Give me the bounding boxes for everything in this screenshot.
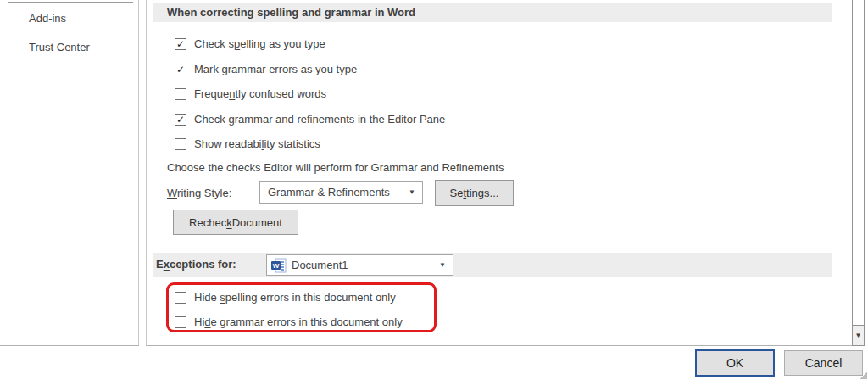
writing-style-value: Grammar & Refinements — [268, 186, 390, 198]
section-header-spelling-grammar: When correcting spelling and grammar in … — [153, 3, 832, 22]
checkbox-row-readability: Show readability statistics — [175, 137, 320, 151]
checkbox-row-hide-spelling: Hide spelling errors in this document on… — [175, 290, 396, 305]
checkbox-frequently-confused-words[interactable] — [175, 88, 186, 100]
checkbox-row-mark-grammar: ✓ Mark grammar errors as you type — [175, 62, 357, 76]
sidebar-item-add-ins[interactable]: Add-ins — [29, 11, 66, 26]
cancel-button[interactable]: Cancel — [784, 350, 863, 376]
checkbox-row-hide-grammar: Hide grammar errors in this document onl… — [175, 315, 403, 329]
checkbox-label[interactable]: Hide grammar errors in this document onl… — [194, 316, 403, 328]
checkbox-mark-grammar-errors[interactable]: ✓ — [175, 64, 186, 75]
svg-text:W: W — [273, 262, 280, 270]
editor-checks-description: Choose the checks Editor will perform fo… — [167, 161, 504, 174]
chevron-down-icon: ▼ — [409, 188, 422, 196]
word-options-dialog: Add-ins Trust Center When correcting spe… — [0, 0, 868, 380]
checkbox-row-check-spelling: ✓ Check spelling as you type — [175, 36, 326, 51]
checkbox-hide-spelling-errors[interactable] — [175, 292, 186, 304]
sidebar-separator — [8, 2, 133, 3]
writing-style-dropdown[interactable]: Grammar & Refinements ▼ — [259, 181, 423, 204]
exceptions-document-dropdown[interactable]: W Document1 ▼ — [266, 254, 453, 276]
exceptions-label: Exceptions for: — [156, 253, 236, 277]
checkbox-label[interactable]: Frequently confused words — [194, 87, 326, 100]
checkbox-label[interactable]: Check spelling as you type — [194, 37, 326, 50]
checkbox-label[interactable]: Hide spelling errors in this document on… — [194, 291, 396, 304]
recheck-document-button[interactable]: Recheck Document — [173, 210, 298, 235]
checkbox-check-spelling[interactable]: ✓ — [175, 38, 186, 50]
checkbox-label[interactable]: Check grammar and refinements in the Edi… — [194, 113, 445, 126]
word-document-icon: W — [271, 258, 287, 273]
scroll-down-button[interactable]: ▼ — [853, 325, 864, 346]
settings-button[interactable]: Settings... — [435, 180, 514, 206]
checkbox-label[interactable]: Mark grammar errors as you type — [194, 63, 357, 75]
exceptions-header-bar: Exceptions for: — [153, 253, 832, 277]
resize-grip[interactable] — [860, 372, 867, 379]
checkbox-label[interactable]: Show readability statistics — [194, 137, 320, 150]
vertical-scrollbar[interactable]: ▼ — [852, 0, 865, 346]
options-sidebar: Add-ins Trust Center — [0, 0, 139, 346]
ok-button[interactable]: OK — [695, 349, 775, 377]
checkbox-row-confused-words: Frequently confused words — [175, 87, 326, 101]
checkbox-hide-grammar-errors[interactable] — [175, 316, 186, 328]
exceptions-document-value: Document1 — [292, 259, 348, 271]
scroll-down-icon: ▼ — [855, 332, 862, 339]
chevron-down-icon: ▼ — [439, 261, 453, 269]
checkbox-check-grammar-refinements[interactable]: ✓ — [175, 114, 186, 126]
writing-style-label: Writing Style: — [167, 187, 231, 199]
proofing-options-pane: When correcting spelling and grammar in … — [146, 0, 852, 346]
sidebar-item-trust-center[interactable]: Trust Center — [29, 40, 90, 55]
checkbox-row-editor-pane: ✓ Check grammar and refinements in the E… — [175, 112, 445, 126]
checkbox-show-readability-statistics[interactable] — [175, 138, 186, 150]
